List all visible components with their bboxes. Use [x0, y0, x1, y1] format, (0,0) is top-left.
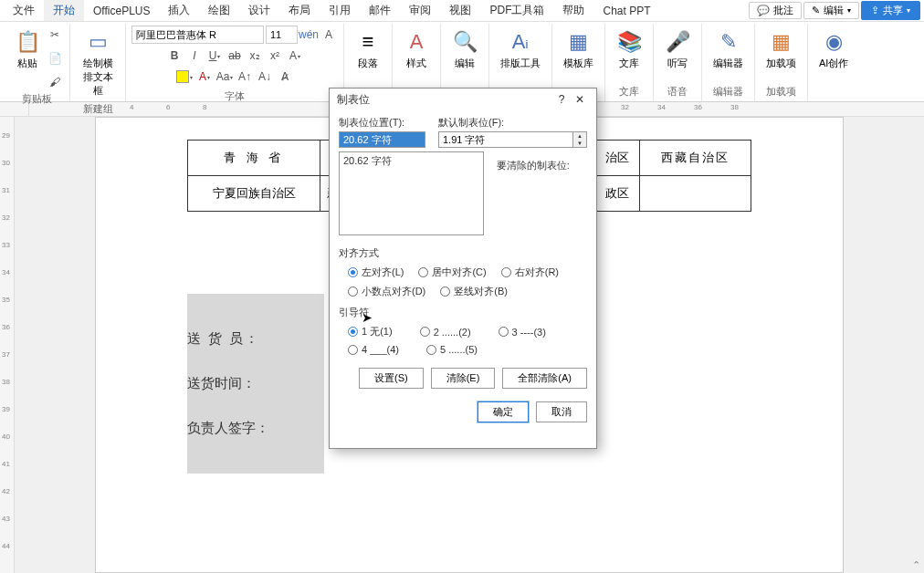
- shaded-text-block[interactable]: 送 货 员： 送货时间： 负责人签字：: [187, 294, 324, 474]
- menu-officeplus[interactable]: OfficePLUS: [84, 0, 159, 21]
- menu-layout[interactable]: 布局: [279, 0, 320, 21]
- radio-align-decimal[interactable]: 小数点对齐(D): [348, 285, 425, 298]
- default-label: 默认制表位(F):: [438, 116, 587, 130]
- table-cell[interactable]: 宁夏回族自治区: [188, 176, 320, 212]
- dictate-button[interactable]: 🎤 听写: [659, 26, 696, 74]
- set-button[interactable]: 设置(S): [359, 368, 424, 389]
- radio-leader-3[interactable]: 3 ----(3): [499, 325, 546, 339]
- table-cell[interactable]: 青 海 省: [188, 141, 320, 176]
- tab-list-item[interactable]: 20.62 字符: [343, 154, 479, 168]
- char-shading-button[interactable]: Aa: [215, 68, 234, 86]
- dialog-close-button[interactable]: ✕: [571, 93, 589, 106]
- layouttool-icon: Aᵢ: [508, 29, 533, 55]
- radio-leader-5[interactable]: 5 ......(5): [426, 344, 478, 355]
- ai-button[interactable]: ◉ AI创作: [814, 26, 854, 74]
- radio-align-bar[interactable]: 竖线对齐(B): [440, 285, 508, 298]
- grow-font-button[interactable]: A↑: [236, 68, 254, 86]
- clear-label: 要清除的制表位:: [497, 159, 587, 172]
- tab-position-input[interactable]: [339, 131, 425, 148]
- menu-file[interactable]: 文件: [4, 0, 44, 21]
- menu-pdftoolbox[interactable]: PDF工具箱: [480, 0, 553, 21]
- text-effect-button[interactable]: A: [286, 47, 304, 65]
- char-border-button[interactable]: A: [320, 26, 338, 44]
- clear-format-button[interactable]: A̷: [276, 68, 294, 86]
- menu-references[interactable]: 引用: [320, 0, 360, 21]
- cancel-button[interactable]: 取消: [536, 401, 587, 422]
- menu-help[interactable]: 帮助: [553, 0, 593, 21]
- italic-button[interactable]: I: [185, 47, 204, 65]
- mic-icon: 🎤: [665, 29, 690, 55]
- templatelib-button[interactable]: ▦ 模板库: [558, 26, 599, 74]
- radio-label: 1 无(1): [362, 325, 393, 339]
- font-name-select[interactable]: [131, 26, 264, 44]
- menu-review[interactable]: 审阅: [400, 0, 440, 21]
- spinner-up-button[interactable]: ▲: [573, 132, 586, 140]
- radio-label: 右对齐(R): [515, 266, 559, 279]
- addin-button[interactable]: ▦ 加载项: [761, 26, 802, 74]
- radio-leader-2[interactable]: 2 ......(2): [420, 325, 471, 339]
- tabstop-dialog: 制表位 ? ✕ 制表位位置(T): 默认制表位(F): ▲ ▼: [329, 88, 597, 449]
- dialog-body: 制表位位置(T): 默认制表位(F): ▲ ▼ 20.62 字符: [330, 110, 596, 448]
- bold-button[interactable]: B: [165, 47, 184, 65]
- tab-list[interactable]: 20.62 字符: [339, 151, 484, 235]
- shrink-font-button[interactable]: A↓: [256, 68, 274, 86]
- table-cell[interactable]: 治区: [594, 141, 640, 176]
- doc-text-line[interactable]: 送货时间：: [187, 375, 269, 392]
- font-color-button[interactable]: A: [195, 68, 214, 86]
- default-tab-spinner[interactable]: ▲ ▼: [438, 131, 587, 148]
- subscript-button[interactable]: x₂: [246, 47, 264, 65]
- doc-text-line[interactable]: 送 货 员：: [187, 330, 269, 348]
- style-button[interactable]: A 样式: [398, 26, 435, 74]
- comment-button[interactable]: 💬 批注: [749, 2, 802, 19]
- cut-button[interactable]: ✂: [46, 26, 64, 44]
- collapse-ribbon-button[interactable]: ⌃: [912, 559, 920, 571]
- radio-align-right[interactable]: 右对齐(R): [501, 266, 559, 279]
- dialog-help-button[interactable]: ?: [552, 93, 571, 106]
- textbox-button[interactable]: ▭ 绘制横排文本框: [76, 26, 120, 101]
- strikethrough-button[interactable]: ab: [226, 47, 244, 65]
- highlight-button[interactable]: [175, 68, 194, 86]
- clear-button[interactable]: 清除(E): [431, 368, 496, 389]
- layouttool-button[interactable]: Aᵢ 排版工具: [495, 26, 546, 74]
- ok-button[interactable]: 确定: [478, 401, 529, 422]
- table-cell[interactable]: 政区: [594, 176, 640, 212]
- paste-button[interactable]: 📋 粘贴: [9, 26, 46, 91]
- underline-button[interactable]: U: [205, 47, 224, 65]
- default-tab-input[interactable]: [438, 131, 573, 148]
- font-size-select[interactable]: [266, 26, 298, 44]
- pinyin-button[interactable]: wén: [299, 26, 318, 44]
- wenku-button[interactable]: 📚 文库: [611, 26, 647, 74]
- pencil-icon: ✎: [812, 5, 820, 16]
- radio-align-center[interactable]: 居中对齐(C): [418, 266, 486, 279]
- copy-button[interactable]: 📄: [46, 49, 64, 68]
- format-painter-button[interactable]: 🖌: [46, 73, 64, 91]
- table-cell[interactable]: 西藏自治区: [640, 141, 751, 176]
- radio-label: 左对齐(L): [362, 266, 404, 279]
- menu-home[interactable]: 开始: [44, 0, 84, 21]
- radio-icon: [348, 286, 358, 297]
- dialog-titlebar[interactable]: 制表位 ? ✕: [330, 89, 596, 110]
- paste-icon: 📋: [15, 29, 40, 55]
- radio-align-left[interactable]: 左对齐(L): [348, 266, 404, 279]
- edit-button[interactable]: 🔍 编辑: [446, 26, 483, 74]
- menu-chatppt[interactable]: Chat PPT: [593, 0, 659, 21]
- menu-insert[interactable]: 插入: [159, 0, 199, 21]
- menu-draw[interactable]: 绘图: [199, 0, 239, 21]
- vertical-ruler[interactable]: 29 30 31 32 33 34 35 36 37 38 39 40 41 4…: [0, 117, 15, 573]
- doc-text-line[interactable]: 负责人签字：: [187, 420, 269, 437]
- editor-button[interactable]: ✎ 编辑器: [708, 26, 749, 74]
- menu-mail[interactable]: 邮件: [360, 0, 400, 21]
- radio-icon: [426, 345, 436, 355]
- radio-leader-1[interactable]: 1 无(1): [348, 325, 393, 339]
- menu-design[interactable]: 设计: [239, 0, 279, 21]
- share-button[interactable]: ⇪ 共享 ▾: [861, 1, 920, 20]
- radio-leader-4[interactable]: 4 ___(4): [348, 344, 399, 355]
- edit-mode-button[interactable]: ✎ 编辑 ▾: [803, 2, 859, 19]
- spinner-down-button[interactable]: ▼: [573, 140, 586, 147]
- menu-view[interactable]: 视图: [440, 0, 480, 21]
- layouttool-label: 排版工具: [500, 57, 541, 70]
- clear-all-button[interactable]: 全部清除(A): [502, 368, 587, 389]
- table-cell[interactable]: [640, 176, 751, 212]
- paragraph-button[interactable]: ≡ 段落: [350, 26, 386, 74]
- superscript-button[interactable]: x²: [266, 47, 284, 65]
